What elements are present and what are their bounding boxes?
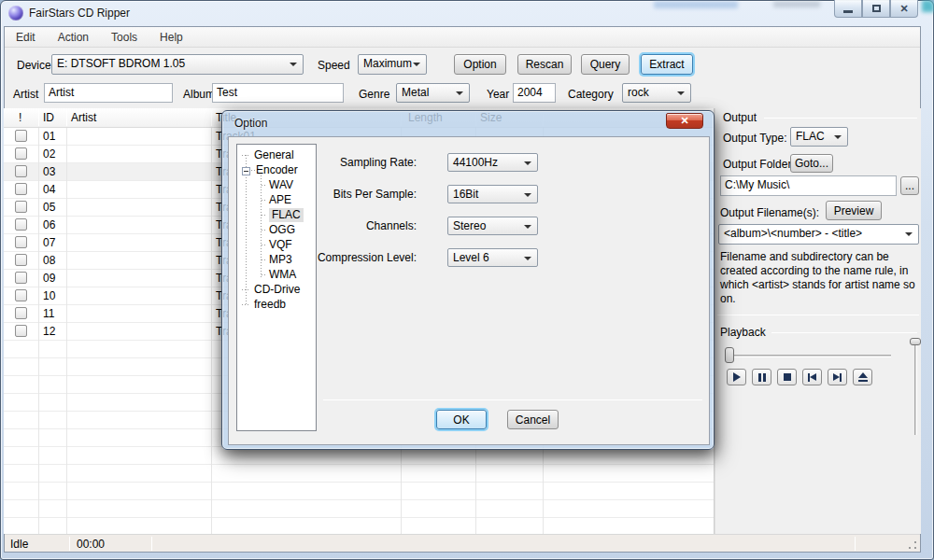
row-checkbox[interactable] bbox=[15, 307, 27, 319]
desktop-artifact bbox=[654, 1, 738, 8]
ok-button[interactable]: OK bbox=[436, 410, 487, 429]
column-divider[interactable] bbox=[38, 110, 39, 126]
seek-slider-thumb[interactable] bbox=[725, 347, 734, 363]
option-button[interactable]: Option bbox=[454, 54, 506, 75]
desktop-artifact bbox=[922, 0, 934, 12]
row-checkbox[interactable] bbox=[15, 147, 27, 160]
row-checkbox[interactable] bbox=[15, 130, 27, 142]
device-select[interactable]: E: DTSOFT BDROM 1.05 bbox=[51, 54, 304, 75]
album-input[interactable]: Test bbox=[212, 83, 344, 103]
pause-icon bbox=[758, 373, 761, 382]
close-icon: ✕ bbox=[899, 3, 908, 15]
status-divider bbox=[69, 537, 70, 551]
row-checkbox[interactable] bbox=[15, 165, 27, 177]
output-type-label: Output Type: bbox=[723, 132, 787, 145]
preview-button[interactable]: Preview bbox=[826, 201, 882, 220]
rescan-button[interactable]: Rescan bbox=[517, 54, 572, 75]
group-line bbox=[764, 118, 917, 119]
query-button[interactable]: Query bbox=[581, 54, 630, 75]
speed-select[interactable]: Maximum bbox=[358, 54, 427, 75]
tree-line bbox=[242, 304, 250, 305]
sampling-rate-select[interactable]: 44100Hz bbox=[447, 153, 538, 172]
album-label: Album bbox=[183, 88, 215, 101]
grid-line bbox=[211, 128, 212, 534]
tree-item-freedb[interactable]: freedb bbox=[254, 298, 286, 312]
play-button[interactable] bbox=[727, 369, 746, 385]
row-checkbox[interactable] bbox=[15, 201, 27, 213]
menu-tools[interactable]: Tools bbox=[100, 28, 149, 47]
chevron-down-icon bbox=[524, 193, 531, 197]
artist-input[interactable]: Artist bbox=[44, 83, 173, 103]
channels-select[interactable]: Stereo bbox=[447, 217, 538, 235]
tree-item-cd-drive[interactable]: CD-Drive bbox=[254, 283, 300, 297]
row-checkbox[interactable] bbox=[15, 254, 27, 266]
dialog-close-button[interactable]: ✕ bbox=[666, 113, 703, 129]
seek-slider-track[interactable] bbox=[727, 355, 891, 357]
output-type-select[interactable]: FLAC bbox=[790, 127, 848, 147]
column-divider[interactable] bbox=[211, 110, 212, 126]
channels-label: Channels: bbox=[230, 219, 417, 232]
category-select[interactable]: rock bbox=[622, 83, 691, 103]
goto-button[interactable]: Goto... bbox=[790, 154, 833, 173]
maximize-button[interactable] bbox=[862, 0, 890, 18]
volume-slider-track[interactable] bbox=[914, 342, 917, 435]
tree-item-vqf[interactable]: VQF bbox=[269, 238, 292, 252]
col-artist[interactable]: Artist bbox=[71, 111, 96, 124]
row-id: 10 bbox=[43, 289, 55, 302]
next-button[interactable] bbox=[828, 369, 847, 385]
previous-button[interactable] bbox=[802, 369, 822, 385]
tree-line bbox=[262, 245, 267, 245]
output-type-value: FLAC bbox=[796, 130, 825, 143]
fairstars-window: FairStars CD Ripper ✕ Edit Action Tools … bbox=[0, 0, 934, 560]
speed-label: Speed bbox=[318, 59, 350, 72]
genre-select[interactable]: Metal bbox=[396, 83, 470, 103]
tree-line bbox=[262, 215, 267, 216]
device-value: E: DTSOFT BDROM 1.05 bbox=[57, 57, 185, 70]
desktop-artifact bbox=[773, 1, 820, 7]
chevron-down-icon bbox=[524, 257, 531, 260]
chevron-down-icon bbox=[677, 91, 685, 95]
col-mark[interactable]: ! bbox=[19, 111, 21, 124]
tree-line bbox=[262, 185, 267, 186]
output-folder-input[interactable]: C:\My Music\ bbox=[720, 175, 897, 196]
output-panel: Output Output Type: FLAC Output Folder: … bbox=[715, 108, 921, 534]
menu-help[interactable]: Help bbox=[149, 28, 194, 47]
sampling-rate-label: Sampling Rate: bbox=[230, 156, 417, 169]
column-divider[interactable] bbox=[66, 110, 67, 126]
stop-button[interactable] bbox=[777, 369, 797, 385]
row-checkbox[interactable] bbox=[15, 218, 27, 231]
cancel-button[interactable]: Cancel bbox=[507, 410, 559, 429]
eject-button[interactable] bbox=[853, 369, 872, 385]
volume-slider-thumb[interactable] bbox=[910, 338, 921, 345]
device-label: Device bbox=[17, 59, 51, 72]
compression-level-select[interactable]: Level 6 bbox=[447, 248, 538, 267]
resize-grip[interactable] bbox=[908, 540, 917, 550]
minimize-button[interactable] bbox=[834, 0, 862, 18]
chevron-down-icon bbox=[456, 91, 463, 95]
pause-button[interactable] bbox=[752, 369, 771, 385]
tree-item-wma[interactable]: WMA bbox=[269, 268, 296, 282]
compression-level-value: Level 6 bbox=[453, 251, 489, 264]
app-icon bbox=[8, 6, 23, 21]
row-checkbox[interactable] bbox=[15, 236, 27, 248]
row-id: 07 bbox=[43, 236, 55, 249]
next-icon bbox=[840, 373, 842, 382]
chevron-down-icon bbox=[524, 225, 531, 229]
row-checkbox[interactable] bbox=[15, 183, 27, 195]
dialog-title: Option bbox=[234, 117, 267, 130]
row-checkbox[interactable] bbox=[15, 289, 27, 301]
play-icon bbox=[733, 372, 741, 382]
col-id[interactable]: ID bbox=[43, 111, 54, 124]
extract-button[interactable]: Extract bbox=[641, 54, 693, 75]
menu-edit[interactable]: Edit bbox=[5, 28, 47, 47]
filename-pattern-select[interactable]: <album>\<number> - <title> bbox=[718, 224, 919, 245]
compression-level-label: Compression Level: bbox=[230, 251, 417, 264]
minimize-icon bbox=[843, 10, 853, 13]
row-checkbox[interactable] bbox=[15, 325, 27, 337]
close-button[interactable]: ✕ bbox=[890, 0, 918, 18]
menu-action[interactable]: Action bbox=[47, 28, 100, 47]
row-checkbox[interactable] bbox=[15, 272, 27, 284]
browse-button[interactable]: ... bbox=[900, 176, 919, 195]
year-input[interactable]: 2004 bbox=[513, 83, 556, 103]
bits-per-sample-select[interactable]: 16Bit bbox=[447, 185, 538, 203]
